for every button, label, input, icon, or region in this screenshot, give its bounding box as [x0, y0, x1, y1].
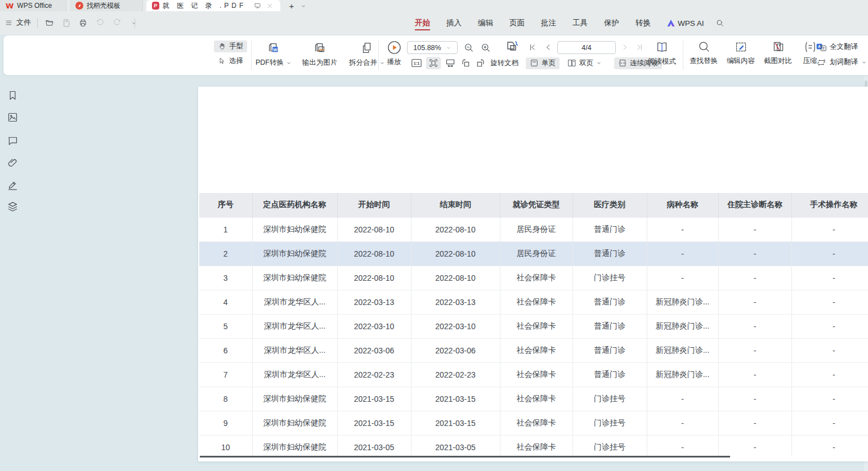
rotate-left-icon[interactable]	[460, 58, 471, 68]
full-text-translate-button[interactable]: A 文 全文翻译	[816, 42, 867, 52]
close-tab-icon[interactable]	[266, 1, 275, 11]
screenshot-compare-label: 截图对比	[764, 56, 792, 66]
table-cell: 深圳市妇幼保健院	[252, 241, 337, 266]
table-row: 1深圳市妇幼保健院2022-08-102022-08-10居民身份证普通门诊--…	[199, 217, 868, 241]
undo-icon[interactable]	[95, 17, 105, 28]
tab-insert[interactable]: 插入	[446, 12, 462, 34]
play-button[interactable]: 播放	[382, 40, 406, 67]
tab-document-active[interactable]: P 就 医 记 录 .PDF	[146, 0, 280, 11]
table-cell: -	[791, 314, 868, 338]
file-menu-button[interactable]: 文件	[5, 17, 31, 28]
chevron-down-icon	[861, 60, 867, 65]
table-cell: 2021-03-05	[411, 435, 500, 456]
tab-protect[interactable]: 保护	[604, 12, 619, 34]
table-cell: 深圳市龙华区人...	[252, 314, 337, 338]
tab-docer-label: 找稻壳模板	[87, 1, 120, 11]
tab-page[interactable]: 页面	[509, 12, 525, 34]
previous-page-icon[interactable]	[544, 43, 553, 52]
thumbnail-icon[interactable]	[7, 111, 19, 123]
redo-icon[interactable]	[111, 17, 122, 28]
table-cell: 社会保障卡	[500, 338, 572, 362]
rotate-right-icon[interactable]	[475, 58, 486, 68]
zoom-out-icon[interactable]	[463, 42, 474, 53]
attachment-icon[interactable]	[7, 157, 19, 169]
bookmark-icon[interactable]	[7, 89, 19, 101]
full-text-translate-icon: A 文	[816, 43, 826, 52]
tab-convert[interactable]: 转换	[636, 12, 651, 34]
screenshot-compare-button[interactable]: 截图对比	[761, 40, 795, 66]
rotate-doc-label[interactable]: 旋转文档	[490, 59, 518, 68]
select-tool-button[interactable]: 选择	[214, 55, 247, 67]
edit-content-button[interactable]: 编辑内容	[724, 40, 758, 66]
table-row: 5深圳市龙华区人...2022-03-102022-03-10社会保障卡普通门诊…	[199, 314, 868, 338]
pdf-page: 序号定点医药机构名称开始时间结束时间就诊凭证类型医疗类别病种名称住院主诊断名称手…	[198, 87, 868, 461]
tab-tools[interactable]: 工具	[572, 12, 588, 34]
page-number-input[interactable]: 4/4	[557, 41, 616, 54]
export-image-button[interactable]: 输出为图片	[297, 41, 342, 68]
fit-page-button[interactable]	[426, 57, 441, 69]
table-cell: 9	[199, 411, 252, 435]
table-cell: 社会保障卡	[500, 362, 572, 387]
table-cell: 2021-03-15	[337, 411, 411, 435]
comment-icon[interactable]	[7, 134, 19, 146]
table-cell: 2022-08-10	[337, 266, 411, 290]
zoom-in-icon[interactable]	[480, 42, 491, 53]
open-folder-icon[interactable]	[44, 17, 55, 28]
table-cell: 普通门诊	[572, 362, 647, 387]
table-cell: -	[718, 338, 791, 362]
find-replace-label: 查找替换	[690, 56, 718, 66]
table-cell: -	[791, 338, 868, 362]
read-mode-button[interactable]: 阅读模式	[646, 40, 678, 66]
tools-group: 查找替换 编辑内容 截图对比 压缩	[687, 40, 822, 66]
single-page-icon	[530, 59, 539, 68]
print-icon[interactable]	[78, 17, 88, 28]
hand-tool-button[interactable]: 手型	[214, 41, 247, 52]
pdf-convert-button[interactable]: W PDF转换	[253, 41, 294, 68]
tab-list-chevron-icon[interactable]	[298, 1, 308, 11]
double-page-button[interactable]: 双页	[563, 57, 606, 69]
save-icon[interactable]	[61, 17, 71, 28]
table-cell: 6	[199, 338, 252, 362]
page-organize-icon[interactable]	[503, 40, 520, 56]
first-page-icon[interactable]	[528, 43, 537, 52]
tab-wps-office[interactable]: W WPS Office	[0, 0, 66, 11]
last-page-icon[interactable]	[635, 43, 644, 52]
tab-comment[interactable]: 批注	[541, 12, 556, 34]
signature-icon[interactable]	[7, 179, 19, 191]
table-cell: 深圳市妇幼保健院	[252, 217, 337, 241]
cursor-icon	[218, 57, 226, 65]
layers-icon[interactable]	[7, 201, 19, 213]
table-cell: 社会保障卡	[500, 290, 572, 314]
new-tab-button[interactable]: +	[285, 0, 298, 11]
table-cell: 深圳市妇幼保健院	[252, 435, 337, 456]
tab-docer-templates[interactable]: 找稻壳模板	[70, 0, 143, 11]
double-page-label: 双页	[579, 59, 593, 68]
zoom-level-dropdown[interactable]: 105.88%	[407, 41, 458, 54]
table-cell: 3	[199, 266, 252, 290]
table-header-cell: 序号	[199, 193, 252, 217]
menu-search-icon[interactable]	[715, 19, 724, 28]
next-page-icon[interactable]	[620, 43, 629, 52]
quick-access-chevron-icon[interactable]	[128, 17, 139, 28]
table-cell: 1	[199, 217, 252, 241]
tab-edit[interactable]: 编辑	[478, 12, 493, 34]
table-cell: 2022-03-13	[337, 290, 411, 314]
docer-logo-icon	[75, 2, 83, 10]
table-header-cell: 手术操作名称	[791, 193, 868, 217]
table-cell: 深圳市妇幼保健院	[252, 387, 337, 411]
table-cell: -	[647, 387, 718, 411]
actual-size-button[interactable]: 1:1	[411, 58, 422, 68]
chevron-down-icon	[446, 45, 451, 51]
fit-width-button[interactable]	[445, 58, 456, 68]
find-replace-button[interactable]: 查找替换	[687, 40, 721, 66]
full-text-translate-label: 全文翻译	[830, 42, 858, 52]
table-cell: 4	[199, 290, 252, 314]
single-page-button[interactable]: 单页	[526, 57, 560, 69]
table-cell: -	[718, 314, 791, 338]
tab-home[interactable]: 开始	[415, 12, 430, 34]
tab-wps-office-label: WPS Office	[17, 2, 52, 10]
tab-wps-ai[interactable]: WPS AI	[667, 14, 704, 33]
word-translate-button[interactable]: xA 划词翻译	[816, 57, 867, 67]
monitor-icon[interactable]	[253, 1, 262, 11]
table-cell: 2022-03-10	[337, 314, 411, 338]
